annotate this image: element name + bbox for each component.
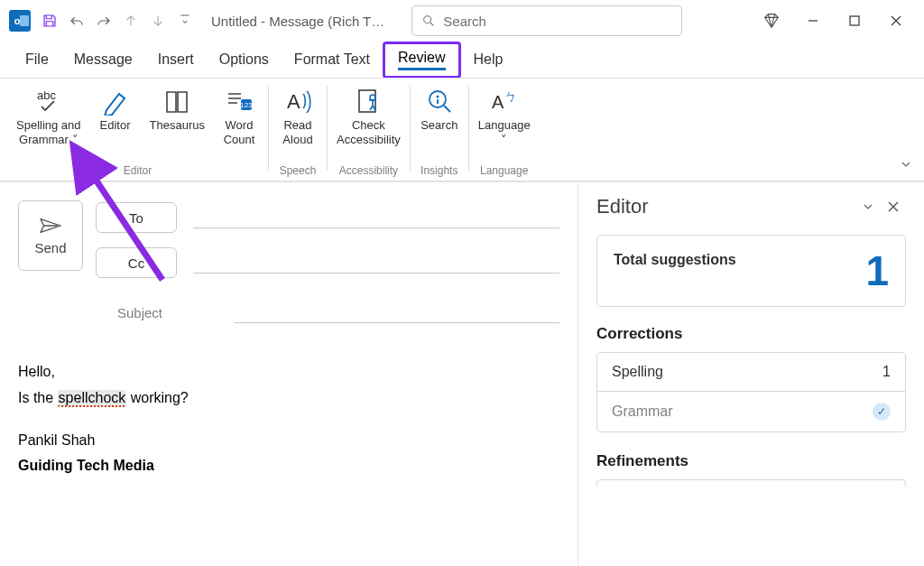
- svg-text:ㄅ: ㄅ: [504, 89, 517, 104]
- to-field[interactable]: [193, 207, 559, 228]
- window-title: Untitled - Message (Rich T…: [211, 14, 384, 29]
- send-button[interactable]: Send: [18, 200, 83, 271]
- subject-field[interactable]: [235, 302, 559, 323]
- ribbon-btn-thesaurus[interactable]: Thesaurus: [143, 82, 212, 146]
- body-line: Is the spellchock working?: [18, 385, 559, 412]
- total-suggestions-card[interactable]: Total suggestions 1: [596, 235, 906, 307]
- svg-text:abc: abc: [37, 88, 56, 102]
- save-icon[interactable]: [36, 7, 63, 34]
- svg-text:o: o: [14, 15, 21, 26]
- ribbon-btn-editor[interactable]: Editor: [88, 82, 143, 146]
- ribbon-group-label: Speech: [280, 164, 317, 177]
- send-label: Send: [34, 240, 66, 255]
- svg-text:123: 123: [240, 101, 253, 109]
- premium-icon[interactable]: [751, 3, 792, 39]
- ribbon-group-accessibility: CheckAccessibilityAccessibility: [329, 82, 408, 181]
- corrections-list: Spelling 1 Grammar ✓: [596, 352, 906, 432]
- total-suggestions-label: Total suggestions: [614, 250, 865, 268]
- body-line: Hello,: [18, 359, 559, 385]
- read-aloud-icon: A: [283, 86, 312, 116]
- ribbon-btn-spelling-and[interactable]: abcSpelling andGrammar ˅: [9, 82, 88, 146]
- svg-rect-4: [850, 16, 859, 25]
- refinements-list: [596, 479, 906, 487]
- editor-pane-close-icon[interactable]: [881, 200, 906, 213]
- svg-text:A: A: [492, 92, 504, 112]
- signature-line: Guiding Tech Media: [18, 453, 559, 479]
- language-icon: Aㄅ: [490, 86, 519, 116]
- menu-tab-file[interactable]: File: [13, 46, 61, 73]
- ribbon-group-label: Editor: [124, 164, 152, 177]
- ribbon-group-editor: abcSpelling andGrammar ˅EditorThesaurus1…: [9, 82, 266, 181]
- undo-icon[interactable]: [63, 7, 90, 34]
- search-icon: [421, 14, 436, 28]
- ribbon-group-speech: AReadAloudSpeech: [271, 82, 325, 181]
- ribbon-btn-check[interactable]: CheckAccessibility: [329, 82, 408, 146]
- ribbon-collapse-icon[interactable]: [899, 157, 913, 175]
- svg-point-10: [370, 95, 375, 100]
- menu-tab-format-text[interactable]: Format Text: [282, 46, 383, 73]
- ribbon-group-language: AㄅLanguage˅Language: [471, 82, 538, 181]
- up-arrow-icon[interactable]: [117, 7, 144, 34]
- down-arrow-icon[interactable]: [144, 7, 171, 34]
- spelling-count: 1: [882, 364, 891, 380]
- insight-search-icon: [425, 86, 454, 116]
- redo-icon[interactable]: [90, 7, 117, 34]
- search-placeholder: Search: [443, 14, 486, 29]
- minimize-button[interactable]: [792, 3, 834, 39]
- check-icon: ✓: [873, 403, 891, 421]
- ribbon-btn-word[interactable]: 123WordCount: [212, 82, 266, 146]
- svg-rect-2: [20, 15, 29, 26]
- spelling-row[interactable]: Spelling 1: [597, 353, 905, 391]
- search-box[interactable]: Search: [411, 5, 682, 36]
- subject-label: Subject: [117, 305, 180, 320]
- svg-point-12: [436, 96, 439, 98]
- ribbon-group-label: Accessibility: [339, 164, 398, 177]
- ribbon-btn-search[interactable]: Search: [412, 82, 467, 133]
- cc-field[interactable]: [193, 252, 559, 274]
- svg-point-3: [424, 16, 431, 23]
- ribbon-btn-language[interactable]: AㄅLanguage˅: [471, 82, 538, 146]
- corrections-heading: Corrections: [596, 325, 906, 343]
- menu-tab-help[interactable]: Help: [461, 46, 516, 73]
- total-suggestions-count: 1: [865, 250, 889, 292]
- menu-tab-review[interactable]: Review: [383, 42, 460, 79]
- cc-button[interactable]: Cc: [96, 247, 177, 278]
- accessibility-icon: [354, 86, 383, 116]
- grammar-row[interactable]: Grammar ✓: [597, 391, 905, 431]
- editor-pane-title: Editor: [596, 195, 855, 218]
- refinements-heading: Refinements: [596, 452, 906, 470]
- menu-tab-message[interactable]: Message: [61, 46, 145, 73]
- maximize-button[interactable]: [834, 3, 875, 39]
- pen-icon: [101, 86, 130, 116]
- close-button[interactable]: [875, 3, 917, 39]
- qat-dropdown-icon[interactable]: [171, 7, 199, 34]
- abc-check-icon: abc: [34, 86, 63, 116]
- menu-tab-insert[interactable]: Insert: [145, 46, 207, 73]
- misspelled-word[interactable]: spellchock: [58, 390, 127, 407]
- signature-line: Pankil Shah: [18, 428, 559, 454]
- outlook-app-icon: o: [9, 10, 31, 32]
- ribbon-group-label: Language: [480, 164, 528, 177]
- ribbon-btn-read[interactable]: AReadAloud: [271, 82, 325, 146]
- ribbon-group-label: Insights: [420, 164, 457, 177]
- svg-text:A: A: [287, 90, 300, 113]
- count-icon: 123: [225, 86, 254, 116]
- book-icon: [162, 86, 191, 116]
- editor-pane-collapse-icon[interactable]: [855, 199, 881, 214]
- ribbon-group-insights: SearchInsights: [412, 82, 467, 181]
- menu-tab-options[interactable]: Options: [207, 46, 282, 73]
- message-body[interactable]: Hello, Is the spellchock working? Pankil…: [18, 359, 559, 479]
- to-button[interactable]: To: [96, 202, 177, 233]
